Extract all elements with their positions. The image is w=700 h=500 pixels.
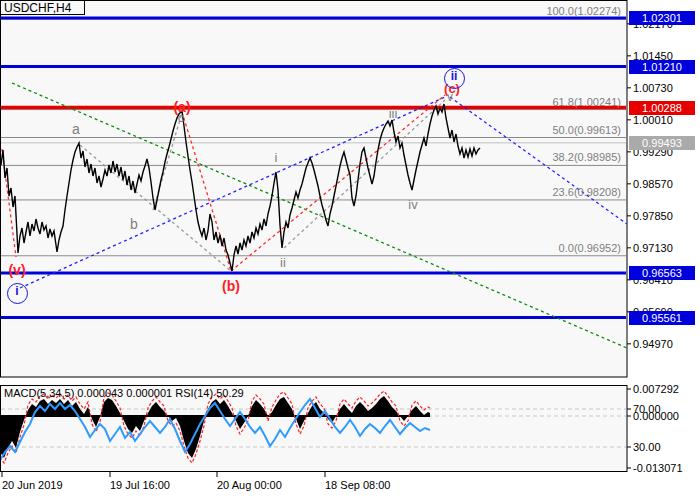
chart-canvas[interactable] xyxy=(0,0,700,500)
chart-window: USDCHF,H4 MACD(5,34,5) 0.000043 0.000001… xyxy=(0,0,700,500)
main-chart-panel[interactable] xyxy=(1,1,628,378)
